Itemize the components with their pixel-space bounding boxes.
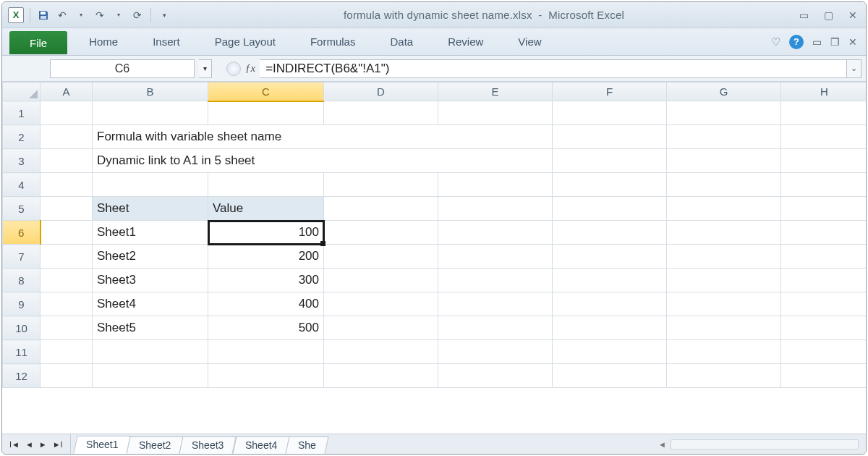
maximize-icon[interactable]: ▢ <box>821 8 835 22</box>
worksheet-area: A B C D E F G H 1 2 Formula w <box>2 82 866 434</box>
customize-qat-icon[interactable]: ▾ <box>157 8 171 22</box>
row-header-9[interactable]: 9 <box>3 292 41 316</box>
sheet-tab-3[interactable]: Sheet3 <box>179 436 237 454</box>
save-icon[interactable] <box>36 8 51 22</box>
row-header-6[interactable]: 6 <box>3 221 41 245</box>
tab-insert[interactable]: Insert <box>135 28 197 55</box>
col-header-g[interactable]: G <box>667 83 781 101</box>
worksheet-grid[interactable]: A B C D E F G H 1 2 Formula w <box>2 82 866 388</box>
undo-dropdown-icon[interactable]: ▾ <box>74 8 88 22</box>
row-header-4[interactable]: 4 <box>3 173 41 197</box>
hscroll-left-icon[interactable]: ◄ <box>658 440 666 449</box>
row-header-7[interactable]: 7 <box>3 245 41 269</box>
tab-formulas[interactable]: Formulas <box>293 28 373 55</box>
row-header-10[interactable]: 10 <box>3 316 41 340</box>
ribbon-tabs: File Home Insert Page Layout Formulas Da… <box>2 28 866 56</box>
cell-c10[interactable]: 500 <box>208 316 324 340</box>
row-header-1[interactable]: 1 <box>3 101 41 125</box>
sheet-tab-1[interactable]: Sheet1 <box>73 436 131 454</box>
sheet-subtitle: Dynamic link to A1 in 5 sheet <box>93 149 553 173</box>
cell-b8[interactable]: Sheet3 <box>93 269 208 292</box>
expand-formula-bar-icon[interactable]: ⌄ <box>847 59 861 78</box>
col-header-d[interactable]: D <box>324 83 438 101</box>
select-all-corner[interactable] <box>3 83 41 101</box>
tab-home[interactable]: Home <box>72 28 135 55</box>
sheet-nav-first-icon[interactable]: I◄ <box>8 440 21 449</box>
quick-access-toolbar: X ↶ ▾ ↷ ▾ ⟳ ▾ <box>8 7 171 23</box>
cell-b7[interactable]: Sheet2 <box>93 245 208 269</box>
file-tab[interactable]: File <box>9 31 67 54</box>
redo-icon[interactable]: ↷ <box>93 8 107 22</box>
close-icon[interactable]: ✕ <box>846 8 860 22</box>
fx-icon[interactable]: ƒx <box>241 62 260 75</box>
tab-view[interactable]: View <box>501 28 558 55</box>
tab-review[interactable]: Review <box>430 28 501 55</box>
col-header-a[interactable]: A <box>41 83 93 101</box>
col-header-b[interactable]: B <box>93 83 208 101</box>
sheet-nav-last-icon[interactable]: ►I <box>51 440 64 449</box>
cell-b10[interactable]: Sheet5 <box>93 316 208 340</box>
cell-c6[interactable]: 100 <box>208 221 324 245</box>
row-header-5[interactable]: 5 <box>3 197 41 221</box>
row-header-3[interactable]: 3 <box>3 149 41 173</box>
sheet-tab-4[interactable]: Sheet4 <box>232 436 289 454</box>
table-header-value[interactable]: Value <box>208 197 324 221</box>
window-controls: ▭ ▢ ✕ <box>796 8 860 22</box>
row-header-8[interactable]: 8 <box>3 269 41 292</box>
horizontal-scrollbar[interactable] <box>671 439 859 449</box>
ribbon-options-icon[interactable]: ♡ <box>771 35 780 48</box>
sheet-tab-5[interactable]: She <box>286 436 329 454</box>
excel-logo-icon[interactable]: X <box>8 7 24 23</box>
sheet-tabs: Sheet1 Sheet2 Sheet3 Sheet4 She <box>71 434 326 454</box>
col-header-e[interactable]: E <box>438 83 553 101</box>
workbook-minimize-icon[interactable]: ▭ <box>812 36 822 48</box>
col-header-h[interactable]: H <box>781 83 867 101</box>
row-header-2[interactable]: 2 <box>3 125 41 149</box>
sheet-nav: I◄ ◄ ► ►I <box>2 434 71 454</box>
table-header-sheet[interactable]: Sheet <box>93 197 208 221</box>
cell-b6[interactable]: Sheet1 <box>93 221 208 245</box>
sheet-title: Formula with variable sheet name <box>93 125 553 149</box>
formula-bar: C6 ▾ ƒx =INDIRECT(B6&"!A1") ⌄ <box>2 56 866 82</box>
svg-rect-0 <box>41 12 46 14</box>
row-header-11[interactable]: 11 <box>3 340 41 364</box>
cancel-formula-icon[interactable] <box>226 62 241 76</box>
col-header-c[interactable]: C <box>208 83 324 101</box>
cell-c9[interactable]: 400 <box>208 292 324 316</box>
name-box-dropdown-icon[interactable]: ▾ <box>199 59 212 78</box>
sheet-nav-prev-icon[interactable]: ◄ <box>24 440 35 449</box>
app-window: X ↶ ▾ ↷ ▾ ⟳ ▾ formula with dynamic sheet… <box>1 1 867 455</box>
tab-data[interactable]: Data <box>373 28 430 55</box>
window-title: formula with dynamic sheet name.xlsx - M… <box>176 9 792 21</box>
undo-icon[interactable]: ↶ <box>55 8 69 22</box>
cell-b9[interactable]: Sheet4 <box>93 292 208 316</box>
refresh-icon[interactable]: ⟳ <box>130 8 145 22</box>
cell-c8[interactable]: 300 <box>208 269 324 292</box>
sheet-tab-2[interactable]: Sheet2 <box>127 436 184 454</box>
cell-c7[interactable]: 200 <box>208 245 324 269</box>
minimize-icon[interactable]: ▭ <box>796 8 811 22</box>
name-box[interactable]: C6 <box>50 59 195 78</box>
sheet-nav-next-icon[interactable]: ► <box>38 440 48 449</box>
help-icon[interactable]: ? <box>789 35 804 49</box>
workbook-close-icon[interactable]: ✕ <box>848 36 857 48</box>
workbook-restore-icon[interactable]: ❐ <box>830 36 840 48</box>
sheet-tab-strip: I◄ ◄ ► ►I Sheet1 Sheet2 Sheet3 Sheet4 Sh… <box>2 434 866 454</box>
formula-input[interactable]: =INDIRECT(B6&"!A1") <box>260 59 847 78</box>
tab-page-layout[interactable]: Page Layout <box>197 28 293 55</box>
svg-rect-1 <box>41 16 46 19</box>
redo-dropdown-icon[interactable]: ▾ <box>111 8 126 22</box>
row-header-12[interactable]: 12 <box>3 364 41 388</box>
col-header-f[interactable]: F <box>553 83 667 101</box>
title-bar: X ↶ ▾ ↷ ▾ ⟳ ▾ formula with dynamic sheet… <box>2 2 866 28</box>
